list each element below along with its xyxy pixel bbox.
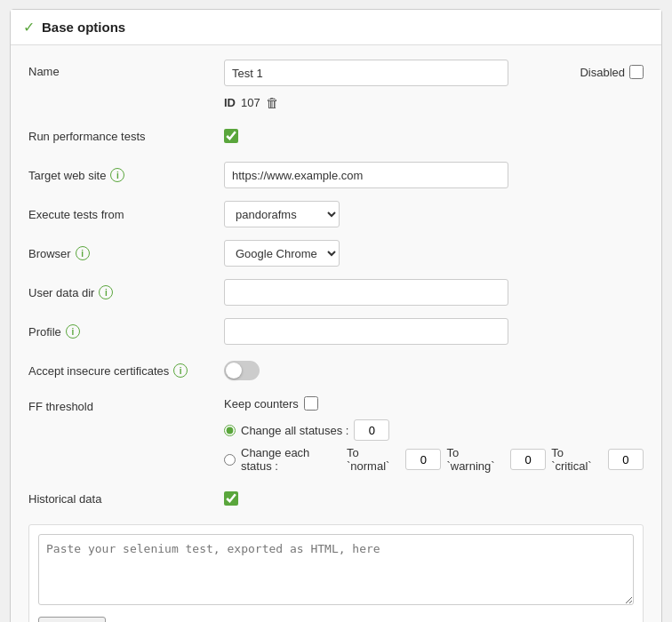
keep-counters-row: Keep counters [224,396,644,411]
name-control: ID 107 🗑 [224,60,571,110]
name-label: Name [28,60,224,78]
browser-select[interactable]: Google Chrome [224,240,340,267]
change-all-input[interactable] [354,419,389,441]
historical-data-control [224,491,644,506]
run-perf-checkbox[interactable] [224,129,238,143]
profile-label: Profile i [28,324,224,339]
disabled-area: Disabled [580,60,644,79]
name-input[interactable] [224,60,508,86]
execute-select[interactable]: pandorafms [224,201,340,227]
change-each-warning-input[interactable] [510,449,546,470]
profile-control [224,318,644,345]
run-perf-control [224,129,644,143]
accept-certs-control [224,361,644,380]
profile-input[interactable] [224,318,508,345]
execute-label: Execute tests from [28,208,224,221]
section-header: ✓ Base options [11,10,661,45]
selenium-textarea[interactable] [38,534,634,605]
target-info-icon[interactable]: i [110,168,124,182]
keep-counters-label: Keep counters [224,397,299,411]
target-label: Target web site i [28,168,224,182]
change-all-radio[interactable] [224,425,236,436]
change-all-label: Change all statuses : [241,424,348,437]
execute-control: pandorafms [224,201,644,227]
target-control [224,162,644,188]
change-each-row: Change each status : To `normal` To `war… [224,446,644,473]
ff-threshold-row: FF threshold Keep counters Change all st… [28,396,644,473]
accept-certs-row: Accept insecure certificates i [28,357,644,384]
user-data-label: User data dir i [28,285,224,299]
change-each-normal-label: To `normal` [347,446,400,473]
accept-certs-label: Accept insecure certificates i [28,363,224,378]
browser-label: Browser i [28,246,224,260]
ff-threshold-label: FF threshold [28,396,224,413]
target-input[interactable] [224,162,508,188]
main-container: ✓ Base options Name ID 107 🗑 Disabled Ru… [10,9,662,622]
name-row: Name ID 107 🗑 Disabled [28,60,644,110]
keep-counters-checkbox[interactable] [304,396,318,411]
ff-controls: Keep counters Change all statuses : Chan… [224,396,644,473]
change-each-warning-label: To `warning` [446,446,505,473]
browser-control: Google Chrome [224,240,644,267]
file-row: Browse... No file selected. Upload your … [38,617,634,622]
browser-row: Browser i Google Chrome [28,240,644,267]
run-perf-label: Run performance tests [28,130,224,143]
change-each-critical-label: To `critical` [551,446,603,473]
change-each-critical-input[interactable] [608,449,644,470]
accept-certs-toggle[interactable] [224,361,260,380]
toggle-slider [224,361,260,380]
id-area: ID 107 🗑 [224,95,571,110]
browser-info-icon[interactable]: i [76,246,90,260]
change-each-label: Change each status : [241,446,341,473]
trash-icon[interactable]: 🗑 [266,95,279,110]
user-data-control [224,279,644,306]
disabled-checkbox[interactable] [629,65,644,79]
form-body: Name ID 107 🗑 Disabled Run performance t… [11,45,661,622]
selenium-section: Browse... No file selected. Upload your … [28,524,644,622]
accept-certs-info-icon[interactable]: i [173,363,188,378]
section-title: Base options [42,20,125,35]
profile-info-icon[interactable]: i [66,324,80,339]
user-data-row: User data dir i [28,279,644,306]
user-data-input[interactable] [224,279,508,306]
execute-row: Execute tests from pandorafms [28,201,644,227]
id-label: ID [224,96,236,109]
disabled-label: Disabled [580,66,625,79]
historical-data-label: Historical data [28,492,224,506]
profile-row: Profile i [28,318,644,345]
historical-data-row: Historical data [28,485,644,512]
user-data-info-icon[interactable]: i [99,285,113,299]
change-all-row: Change all statuses : [224,419,644,441]
change-each-normal-input[interactable] [405,449,441,470]
target-row: Target web site i [28,162,644,188]
run-perf-row: Run performance tests [28,123,644,149]
browse-button[interactable]: Browse... [38,617,106,622]
change-each-radio[interactable] [224,454,236,466]
ff-threshold-control: Keep counters Change all statuses : Chan… [224,396,644,473]
chevron-icon: ✓ [23,19,35,36]
id-value: 107 [241,96,260,109]
historical-data-checkbox[interactable] [224,491,238,506]
